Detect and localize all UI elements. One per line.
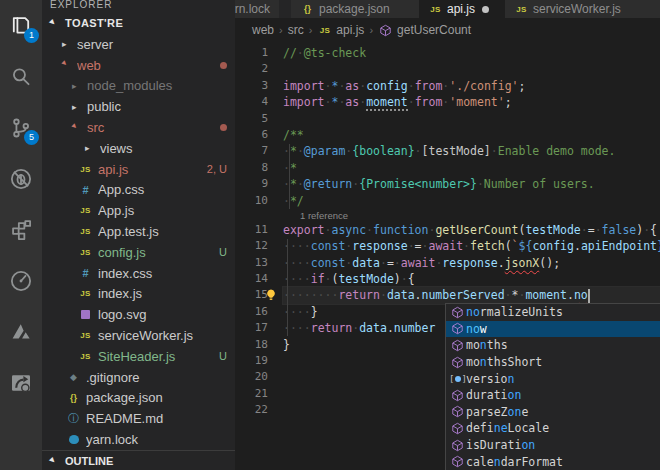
tab-label: yarn.lock — [235, 2, 270, 16]
activity-search-icon[interactable] — [0, 51, 42, 102]
breadcrumb-src[interactable]: src — [288, 23, 304, 37]
explorer-title: EXPLORER — [42, 0, 235, 12]
suggest-label: calendarFormat — [466, 455, 563, 469]
javascript-file-icon: JS — [428, 5, 443, 14]
breadcrumb-web[interactable]: web — [252, 23, 274, 37]
tree-item-label: views — [100, 141, 227, 156]
activity-azure-icon[interactable] — [0, 306, 42, 357]
line-content: ·* — [283, 160, 660, 176]
tab-package-json[interactable]: {}package.json — [291, 0, 419, 18]
suggest-item-defineLocale[interactable]: defineLocale — [446, 420, 660, 437]
line-number: 8 — [235, 160, 283, 176]
breadcrumb-label: api.js — [336, 23, 364, 37]
javascript-file-icon: JS — [78, 206, 93, 215]
code-line-5: 5 — [235, 111, 660, 127]
tree-item-label: src — [87, 120, 214, 135]
breadcrumb-api-js[interactable]: JSapi.js — [317, 23, 364, 37]
breadcrumb-separator-icon: › — [369, 24, 373, 36]
tree-item-index-css[interactable]: #index.css — [42, 263, 235, 284]
tree-item-server[interactable]: ▸server — [42, 34, 235, 55]
tree-item-src[interactable]: ▸src — [42, 117, 235, 138]
tree-item-public[interactable]: ▸public — [42, 96, 235, 117]
tree-item-label: index.js — [98, 286, 227, 301]
lightbulb-icon[interactable] — [264, 288, 278, 302]
line-number: 10 — [235, 193, 283, 209]
javascript-file-icon: JS — [78, 352, 93, 361]
tree-item-yarn-lock[interactable]: yarn.lock — [42, 429, 235, 450]
breadcrumb-getusercount[interactable]: getUserCount — [378, 23, 471, 37]
tree-item-package-json[interactable]: {}package.json — [42, 388, 235, 409]
line-number: 4 — [235, 94, 283, 110]
activity-gauge-icon[interactable] — [0, 255, 42, 306]
tab-yarn-lock[interactable]: yarn.lock — [235, 0, 279, 18]
tree-item-readme-md[interactable]: ⓘREADME.md — [42, 408, 235, 429]
activity-feedback-icon[interactable] — [0, 357, 42, 408]
symbol-method-icon — [449, 455, 466, 468]
suggest-item-normalizeUnits[interactable]: normalizeUnits — [446, 304, 660, 321]
activity-extensions-icon[interactable] — [0, 204, 42, 255]
svg-image-icon — [78, 310, 93, 319]
codelens-references[interactable]: 1 reference — [235, 209, 660, 222]
suggest-item-duration[interactable]: duration — [446, 387, 660, 404]
suggest-item-parseZone[interactable]: parseZone — [446, 404, 660, 421]
tree-item-web[interactable]: ▸web — [42, 55, 235, 76]
tree-item-siteheader-js[interactable]: JSSiteHeader.jsU — [42, 346, 235, 367]
tab-serviceworker-js[interactable]: JSserviceWorker.js — [505, 0, 660, 18]
tree-item-node-modules[interactable]: ▸node_modules — [42, 76, 235, 97]
suggest-label: monthsShort — [466, 355, 542, 369]
tree-item-serviceworker-js[interactable]: JSserviceWorker.js — [42, 325, 235, 346]
suggest-item-monthsShort[interactable]: monthsShort — [446, 354, 660, 371]
tree-item-label: index.css — [98, 266, 227, 281]
tree-item-label: logo.svg — [98, 307, 227, 322]
tree-item-api-js[interactable]: JSapi.js2, U — [42, 159, 235, 180]
symbol-method-icon — [449, 306, 466, 319]
tree-item-index-js[interactable]: JSindex.js — [42, 284, 235, 305]
git-status-badge: U — [219, 246, 227, 258]
tree-item-label: README.md — [86, 411, 227, 426]
code-line-15: 15········return·data.numberServed·*·mom… — [235, 287, 660, 303]
chevron-collapsed-icon: ▸ — [72, 81, 82, 91]
chevron-collapsed-icon: ▸ — [85, 143, 95, 153]
suggest-item-version[interactable]: []version — [446, 370, 660, 387]
intellisense-popup: normalizeUnitsnowmonthsmonthsShort[]vers… — [445, 303, 660, 470]
indent-guide — [287, 239, 288, 336]
text-cursor — [588, 289, 590, 303]
tree-item-config-js[interactable]: JSconfig.jsU — [42, 242, 235, 263]
code-line-2: 2 — [235, 61, 660, 77]
tree-item-app-js[interactable]: JSApp.js — [42, 200, 235, 221]
tree-item-label: api.js — [98, 162, 201, 177]
git-status-badge: 2, U — [207, 163, 227, 175]
tab-label: api.js — [447, 2, 475, 16]
tree-item-label: config.js — [98, 245, 213, 260]
symbol-method-icon — [378, 24, 393, 37]
line-number: 9 — [235, 176, 283, 192]
activity-debug-disabled-icon[interactable] — [0, 153, 42, 204]
code-line-6: 6/** — [235, 127, 660, 143]
tree-item-logo-svg[interactable]: logo.svg — [42, 304, 235, 325]
tree-item-label: App.js — [98, 203, 227, 218]
suggest-item-calendarFormat[interactable]: calendarFormat — [446, 453, 660, 470]
symbol-method-icon — [449, 322, 466, 335]
tree-item-app-test-js[interactable]: JSApp.test.js — [42, 221, 235, 242]
suggest-item-months[interactable]: months — [446, 337, 660, 354]
suggest-label: defineLocale — [466, 421, 549, 435]
explorer-sidebar: EXPLORER ▸TOAST'RE ▸server▸web▸node_modu… — [42, 0, 235, 470]
breadcrumb: web›src›JSapi.js›getUserCount — [235, 18, 660, 42]
tree-item-app-css[interactable]: #App.css — [42, 180, 235, 201]
outline-section-header[interactable]: ▸OUTLINE — [42, 450, 235, 470]
activity-source-control-icon[interactable]: 5 — [0, 102, 42, 153]
code-line-13: 13····const·data·=·await·response.jsonX(… — [235, 255, 660, 271]
symbol-method-icon — [449, 439, 466, 452]
javascript-file-icon: JS — [78, 289, 93, 298]
activity-files-icon[interactable]: 1 — [0, 0, 42, 51]
suggest-item-now[interactable]: now — [446, 321, 660, 338]
line-number: 19 — [235, 353, 283, 369]
tree-item--gitignore[interactable]: ◆.gitignore — [42, 367, 235, 388]
suggest-item-isDuration[interactable]: isDuration — [446, 437, 660, 454]
tree-item-views[interactable]: ▸views — [42, 138, 235, 159]
tab-api-js[interactable]: JSapi.js — [419, 0, 505, 18]
line-content: ····if·(testMode)·{ — [283, 271, 660, 287]
tree-root-toastre[interactable]: ▸TOAST'RE — [42, 12, 235, 34]
javascript-file-icon: JS — [78, 248, 93, 257]
javascript-file-icon: JS — [78, 165, 93, 174]
